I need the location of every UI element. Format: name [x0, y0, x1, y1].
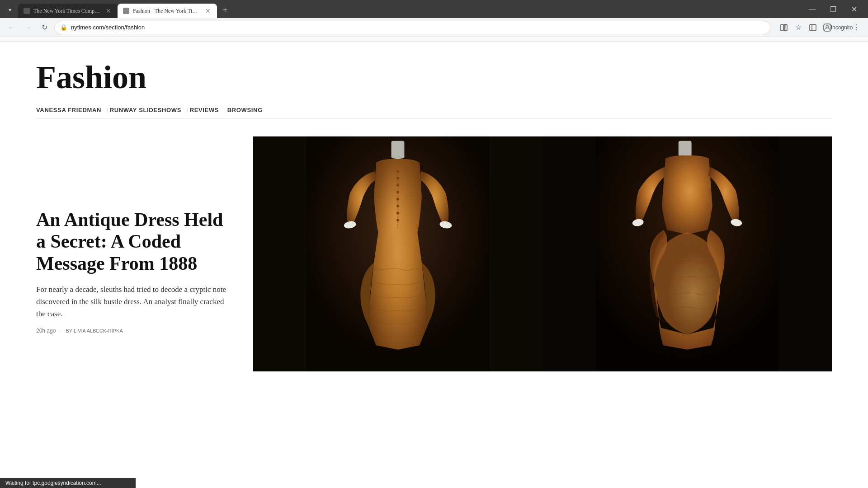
article-layout: An Antique Dress Held a Secret: A Coded … — [36, 136, 832, 371]
article-headline[interactable]: An Antique Dress Held a Secret: A Coded … — [36, 209, 235, 274]
article-images — [253, 136, 832, 371]
byline-name: LIVIA ALBECK-RIPKA — [74, 328, 123, 333]
tabs-row: The New York Times Company ✕ Fashion - T… — [18, 4, 802, 18]
article-text: An Antique Dress Held a Secret: A Coded … — [36, 136, 253, 333]
minimize-button[interactable]: — — [802, 2, 823, 16]
nav-link-browsing[interactable]: BROWSING — [227, 107, 268, 113]
tab-2-close-button[interactable]: ✕ — [204, 6, 212, 16]
address-bar[interactable]: 🔒 nytimes.com/section/fashion — [54, 21, 770, 34]
sidebar-button[interactable] — [807, 21, 819, 34]
browser-chrome: ▾ The New York Times Company ✕ Fashion -… — [0, 0, 868, 37]
address-text: nytimes.com/section/fashion — [71, 24, 764, 31]
new-tab-button[interactable]: + — [219, 4, 231, 16]
menu-button[interactable]: ⋮ — [850, 21, 863, 34]
svg-point-14 — [396, 191, 399, 194]
article-summary: For nearly a decade, sleuths had tried t… — [36, 283, 235, 320]
svg-point-16 — [396, 205, 399, 207]
svg-point-6 — [826, 25, 829, 28]
lock-icon: 🔒 — [60, 24, 67, 31]
browser-toolbar: ← → ↻ 🔒 nytimes.com/section/fashion ☆ — [0, 18, 868, 37]
status-text: Waiting for tpc.googlesyndication.com... — [5, 480, 101, 486]
section-title: Fashion — [36, 60, 832, 95]
svg-rect-3 — [810, 24, 816, 31]
status-bar: Waiting for tpc.googlesyndication.com... — [0, 478, 136, 488]
toolbar-icons: ☆ Incognito ⋮ — [778, 21, 863, 34]
nav-sep-2: | — [187, 106, 188, 113]
back-button[interactable]: ← — [5, 21, 18, 34]
tab-1-close-button[interactable]: ✕ — [105, 6, 112, 16]
tab-1-label: The New York Times Company — [33, 8, 101, 14]
browser-titlebar: ▾ The New York Times Company ✕ Fashion -… — [0, 0, 868, 18]
bookmark-button[interactable]: ☆ — [792, 21, 805, 34]
tab-2-label: Fashion - The New York Times — [133, 8, 201, 14]
svg-point-11 — [396, 170, 399, 173]
dress-image-back[interactable] — [542, 136, 832, 371]
nav-sep-3: | — [224, 106, 226, 113]
svg-point-17 — [396, 212, 399, 215]
window-controls: — ❐ ✕ — [802, 2, 864, 16]
article-time: 20h ago — [36, 328, 56, 334]
dress-image-front[interactable] — [253, 136, 542, 371]
browser-tab-2[interactable]: Fashion - The New York Times ✕ — [118, 4, 217, 18]
close-button[interactable]: ✕ — [844, 2, 864, 16]
svg-rect-0 — [781, 24, 783, 31]
svg-rect-8 — [392, 141, 405, 159]
svg-point-15 — [396, 198, 399, 201]
browser-tab-1[interactable]: The New York Times Company ✕ — [18, 4, 118, 18]
svg-point-13 — [396, 184, 399, 187]
page-content: Fashion VANESSA FRIEDMAN | RUNWAY SLIDES… — [0, 37, 868, 488]
svg-rect-22 — [679, 141, 692, 156]
article-byline: By LIVIA ALBECK-RIPKA — [66, 328, 123, 333]
nav-link-vanessa[interactable]: VANESSA FRIEDMAN — [36, 107, 107, 113]
main-area: Fashion VANESSA FRIEDMAN | RUNWAY SLIDES… — [0, 42, 868, 371]
nav-link-runway[interactable]: RUNWAY SLIDESHOWS — [110, 107, 187, 113]
article-meta: 20h ago · By LIVIA ALBECK-RIPKA — [36, 328, 235, 334]
forward-button[interactable]: → — [22, 21, 34, 34]
maximize-button[interactable]: ❐ — [823, 2, 844, 16]
top-bar — [0, 37, 868, 42]
reader-mode-button[interactable] — [778, 21, 790, 34]
meta-dot: · — [60, 328, 61, 334]
tab-2-favicon — [123, 8, 129, 14]
tab-1-favicon — [24, 8, 30, 14]
nav-link-reviews[interactable]: REVIEWS — [190, 107, 225, 113]
tab-dropdown-button[interactable]: ▾ — [4, 4, 16, 16]
reload-button[interactable]: ↻ — [38, 21, 51, 34]
svg-point-18 — [396, 219, 399, 221]
svg-point-12 — [396, 177, 399, 180]
byline-prefix: By — [66, 328, 72, 333]
nav-sep-1: | — [107, 106, 108, 113]
incognito-label: Incognito — [835, 21, 848, 34]
section-nav: VANESSA FRIEDMAN | RUNWAY SLIDESHOWS | R… — [36, 106, 832, 118]
